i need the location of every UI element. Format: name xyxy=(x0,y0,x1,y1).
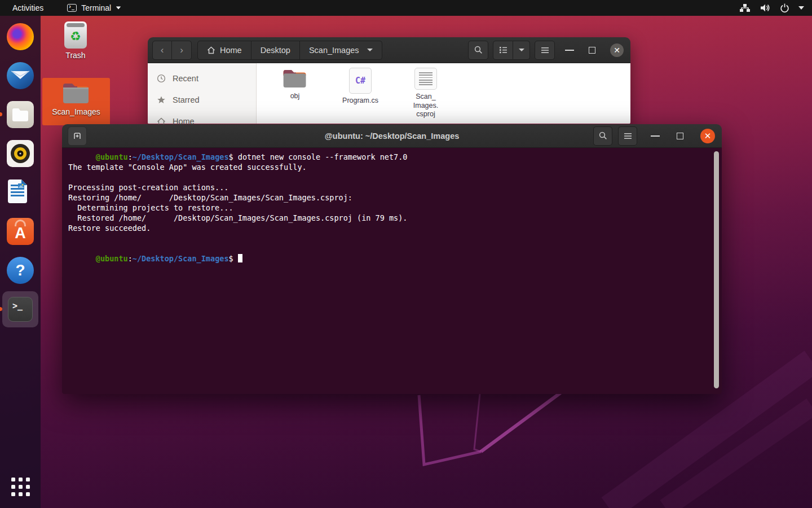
home-icon xyxy=(157,117,166,125)
chevron-down-icon[interactable] xyxy=(798,6,804,10)
app-menu-terminal[interactable]: Terminal xyxy=(67,3,121,12)
files-content: obj C# Program.cs Scan_ Images. csproj xyxy=(257,63,630,124)
dock-item-libreoffice-writer[interactable] xyxy=(2,174,38,211)
folder-label: Scan_Images xyxy=(52,107,100,116)
app-menu-label: Terminal xyxy=(81,3,111,12)
terminal-headerbar: @ubuntu: ~/Desktop/Scan_Images ✕ xyxy=(62,124,722,148)
ubuntu-software-icon: A xyxy=(7,218,34,245)
list-view-icon xyxy=(499,46,508,54)
minimize-button[interactable] xyxy=(651,135,660,137)
desktop-icon-scan-images[interactable]: Scan_Images xyxy=(42,78,110,125)
new-tab-button[interactable] xyxy=(68,126,87,146)
thunderbird-icon xyxy=(7,62,34,89)
forward-button[interactable]: › xyxy=(172,41,192,60)
firefox-icon xyxy=(7,23,34,50)
sidebar-starred-label: Starred xyxy=(173,95,200,104)
terminal-small-icon xyxy=(67,4,77,12)
hamburger-icon xyxy=(624,133,632,139)
file-name: obj xyxy=(290,92,300,101)
file-item-obj[interactable]: obj xyxy=(270,68,320,119)
bag-handle xyxy=(15,220,26,226)
files-window: ‹ › Home Desktop Scan_Images xyxy=(148,37,630,124)
bag-letter: A xyxy=(15,225,26,242)
files-icon xyxy=(7,101,34,128)
folder-icon xyxy=(282,68,308,89)
close-button[interactable]: ✕ xyxy=(700,129,715,143)
view-options-button[interactable] xyxy=(513,41,530,60)
files-headerbar: ‹ › Home Desktop Scan_Images xyxy=(148,37,630,63)
terminal-icon: >_ xyxy=(8,297,33,322)
sidebar-recent-label: Recent xyxy=(173,74,198,83)
maximize-button[interactable] xyxy=(677,133,683,139)
file-name: Scan_ Images. csproj xyxy=(413,93,438,119)
sidebar-item-home[interactable]: Home xyxy=(148,111,256,124)
search-button[interactable] xyxy=(593,126,612,146)
terminal-output[interactable]: @ubuntu:~/Desktop/Scan_Images$ dotnet ne… xyxy=(62,148,722,394)
chevron-down-icon xyxy=(519,49,524,51)
csharp-file-icon: C# xyxy=(349,68,372,94)
breadcrumb-home[interactable]: Home xyxy=(197,41,251,60)
cs-badge: C# xyxy=(355,76,365,86)
chevron-down-icon xyxy=(116,6,121,9)
trash-label: Trash xyxy=(65,51,85,60)
help-icon: ? xyxy=(7,257,34,284)
top-bar: Activities Terminal xyxy=(0,0,812,16)
list-view-button[interactable] xyxy=(493,41,513,60)
dock-item-rhythmbox[interactable] xyxy=(2,135,38,172)
breadcrumb-desktop-label: Desktop xyxy=(261,46,290,55)
back-button[interactable]: ‹ xyxy=(152,41,172,60)
file-item-program-cs[interactable]: C# Program.cs xyxy=(336,68,385,119)
running-indicator xyxy=(0,307,2,311)
activities-button[interactable]: Activities xyxy=(9,3,47,12)
power-icon[interactable] xyxy=(780,3,789,13)
files-sidebar: Recent Starred Home xyxy=(148,63,257,124)
home-icon xyxy=(207,46,215,54)
star-icon xyxy=(157,95,166,104)
menu-button[interactable] xyxy=(535,41,555,60)
maximize-button[interactable] xyxy=(589,47,595,54)
volume-icon[interactable] xyxy=(760,3,771,12)
breadcrumb-desktop[interactable]: Desktop xyxy=(251,41,300,60)
rhythmbox-icon xyxy=(7,140,34,167)
desktop-icon-trash[interactable]: ♻ Trash xyxy=(42,18,109,63)
sidebar-item-starred[interactable]: Starred xyxy=(148,89,256,111)
breadcrumb-current[interactable]: Scan_Images xyxy=(300,41,382,60)
file-item-csproj[interactable]: Scan_ Images. csproj xyxy=(401,68,451,119)
show-applications-button[interactable] xyxy=(2,468,38,505)
libreoffice-writer-icon xyxy=(7,179,34,206)
breadcrumb-home-label: Home xyxy=(220,46,242,55)
search-button[interactable] xyxy=(468,41,488,60)
terminal-scrollbar[interactable] xyxy=(714,151,719,388)
dock-item-terminal[interactable]: >_ xyxy=(2,291,38,327)
network-icon[interactable] xyxy=(739,3,751,12)
hamburger-icon xyxy=(541,47,549,54)
sidebar-home-label: Home xyxy=(173,117,195,124)
trash-icon: ♻ xyxy=(64,21,87,49)
search-icon xyxy=(599,132,607,140)
dock: A ? >_ xyxy=(0,16,41,508)
dock-item-files[interactable] xyxy=(2,97,38,133)
close-button[interactable]: ✕ xyxy=(610,43,624,57)
terminal-window: @ubuntu: ~/Desktop/Scan_Images ✕ @ xyxy=(62,124,722,394)
document-icon xyxy=(414,68,437,90)
dock-item-thunderbird[interactable] xyxy=(2,58,38,94)
chevron-down-icon xyxy=(367,49,373,51)
new-tab-icon xyxy=(73,132,82,141)
dock-item-ubuntu-software[interactable]: A xyxy=(2,213,38,249)
apps-grid-icon xyxy=(11,478,30,496)
breadcrumb: Home Desktop Scan_Images xyxy=(197,41,382,60)
running-indicator xyxy=(0,112,2,116)
recycle-glyph: ♻ xyxy=(70,29,81,44)
clock-icon xyxy=(157,74,166,83)
dock-item-help[interactable]: ? xyxy=(2,252,38,288)
sidebar-item-recent[interactable]: Recent xyxy=(148,68,256,89)
dock-item-firefox[interactable] xyxy=(2,19,38,55)
folder-icon xyxy=(61,81,91,105)
file-name: Program.cs xyxy=(342,97,378,106)
search-icon xyxy=(474,46,483,54)
minimize-button[interactable] xyxy=(565,50,574,51)
breadcrumb-current-label: Scan_Images xyxy=(309,46,359,55)
menu-button[interactable] xyxy=(618,126,637,146)
